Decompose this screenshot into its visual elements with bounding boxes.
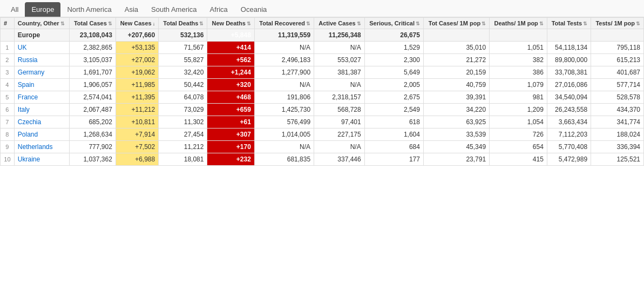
new-deaths-cell: +61 bbox=[207, 116, 254, 129]
country-cell[interactable]: France bbox=[14, 91, 69, 104]
deaths-1m-cell: 382 bbox=[490, 54, 547, 66]
region-cell-5: +5,848 bbox=[207, 29, 254, 42]
new-cases-cell: +10,811 bbox=[116, 116, 158, 129]
serious-critical-cell: 1,604 bbox=[364, 129, 423, 141]
deaths-1m-cell: 415 bbox=[490, 153, 547, 166]
country-cell[interactable]: Germany bbox=[14, 66, 69, 79]
rank-cell: 6 bbox=[1, 104, 15, 116]
col-header-1[interactable]: Country, Other⇅ bbox=[14, 18, 69, 29]
total-recovered-cell: 681,835 bbox=[254, 153, 314, 166]
rank-cell: 2 bbox=[1, 54, 15, 66]
total-recovered-cell: N/A bbox=[254, 42, 314, 54]
tab-south-america[interactable]: South America bbox=[145, 2, 204, 17]
total-recovered-cell: 191,806 bbox=[254, 91, 314, 104]
deaths-1m-cell: 981 bbox=[490, 91, 547, 104]
region-cell-6: 11,319,559 bbox=[254, 29, 314, 42]
total-deaths-cell: 55,827 bbox=[159, 54, 207, 66]
country-cell[interactable]: Ukraine bbox=[14, 153, 69, 166]
total-tests-cell: 89,800,000 bbox=[547, 54, 591, 66]
col-header-9[interactable]: Tot Cases/ 1M pop⇅ bbox=[423, 18, 489, 29]
country-link[interactable]: France bbox=[18, 93, 38, 101]
sort-icon: ⇅ bbox=[636, 21, 640, 26]
col-header-4[interactable]: Total Deaths⇅ bbox=[159, 18, 207, 29]
serious-critical-cell: 1,529 bbox=[364, 42, 423, 54]
rank-cell: 1 bbox=[1, 42, 15, 54]
serious-critical-cell: 177 bbox=[364, 153, 423, 166]
tab-asia[interactable]: Asia bbox=[118, 2, 145, 17]
country-link[interactable]: Spain bbox=[18, 81, 35, 89]
table-row: 6Italy2,067,487+11,21273,029+6591,425,73… bbox=[1, 104, 644, 116]
total-tests-cell: 5,770,408 bbox=[547, 141, 591, 153]
tab-bar: AllEuropeNorth AmericaAsiaSouth AmericaA… bbox=[0, 0, 644, 17]
country-link[interactable]: Russia bbox=[18, 56, 38, 64]
table-row: 9Netherlands777,902+7,50211,212+170N/AN/… bbox=[1, 141, 644, 153]
deaths-1m-cell: 1,079 bbox=[490, 79, 547, 91]
total-tests-cell: 34,540,094 bbox=[547, 91, 591, 104]
country-link[interactable]: UK bbox=[18, 44, 27, 51]
tot-cases-1m-cell: 21,272 bbox=[423, 54, 489, 66]
new-cases-cell: +11,985 bbox=[116, 79, 158, 91]
tests-1m-cell: 577,714 bbox=[591, 79, 644, 91]
col-header-10[interactable]: Deaths/ 1M pop⇅ bbox=[490, 18, 547, 29]
country-cell[interactable]: Italy bbox=[14, 104, 69, 116]
col-header-5[interactable]: New Deaths⇅ bbox=[207, 18, 254, 29]
tot-cases-1m-cell: 39,391 bbox=[423, 91, 489, 104]
region-cell-10 bbox=[490, 29, 547, 42]
new-cases-cell: +53,135 bbox=[116, 42, 158, 54]
col-header-12[interactable]: Tests/ 1M pop⇅ bbox=[591, 18, 644, 29]
region-cell-4: 532,136 bbox=[159, 29, 207, 42]
new-cases-cell: +7,502 bbox=[116, 141, 158, 153]
table-row: 3Germany1,691,707+19,06232,420+1,2441,27… bbox=[1, 66, 644, 79]
country-link[interactable]: Netherlands bbox=[18, 143, 53, 151]
country-cell[interactable]: UK bbox=[14, 42, 69, 54]
country-link[interactable]: Poland bbox=[18, 131, 38, 138]
tab-africa[interactable]: Africa bbox=[204, 2, 234, 17]
total-cases-cell: 685,202 bbox=[69, 116, 116, 129]
tests-1m-cell: 615,213 bbox=[591, 54, 644, 66]
deaths-1m-cell: 1,051 bbox=[490, 42, 547, 54]
rank-cell: 3 bbox=[1, 66, 15, 79]
table-body: Europe23,108,043+207,660532,136+5,84811,… bbox=[1, 29, 644, 166]
col-header-6[interactable]: Total Recovered⇅ bbox=[254, 18, 314, 29]
tab-north-america[interactable]: North America bbox=[60, 2, 118, 17]
tab-all[interactable]: All bbox=[4, 2, 25, 17]
country-cell[interactable]: Russia bbox=[14, 54, 69, 66]
region-cell-12 bbox=[591, 29, 644, 42]
active-cases-cell: 337,446 bbox=[314, 153, 365, 166]
col-header-0[interactable]: # bbox=[1, 18, 15, 29]
table-container: #Country, Other⇅Total Cases⇅New Cases↓To… bbox=[0, 17, 644, 166]
country-link[interactable]: Ukraine bbox=[18, 155, 40, 163]
country-cell[interactable]: Czechia bbox=[14, 116, 69, 129]
col-header-8[interactable]: Serious, Critical⇅ bbox=[364, 18, 423, 29]
tests-1m-cell: 434,370 bbox=[591, 104, 644, 116]
country-cell[interactable]: Spain bbox=[14, 79, 69, 91]
country-link[interactable]: Italy bbox=[18, 106, 30, 113]
country-link[interactable]: Germany bbox=[18, 69, 44, 76]
tab-europe[interactable]: Europe bbox=[25, 2, 60, 17]
deaths-1m-cell: 726 bbox=[490, 129, 547, 141]
tab-oceania[interactable]: Oceania bbox=[234, 2, 273, 17]
col-header-7[interactable]: Active Cases⇅ bbox=[314, 18, 365, 29]
col-header-2[interactable]: Total Cases⇅ bbox=[69, 18, 116, 29]
country-cell[interactable]: Poland bbox=[14, 129, 69, 141]
tot-cases-1m-cell: 23,791 bbox=[423, 153, 489, 166]
total-cases-cell: 1,268,634 bbox=[69, 129, 116, 141]
rank-cell: 8 bbox=[1, 129, 15, 141]
region-cell-3: +207,660 bbox=[116, 29, 158, 42]
region-cell-2: 23,108,043 bbox=[69, 29, 116, 42]
total-deaths-cell: 71,567 bbox=[159, 42, 207, 54]
country-cell[interactable]: Netherlands bbox=[14, 141, 69, 153]
country-link[interactable]: Czechia bbox=[18, 118, 41, 126]
sort-icon: ⇅ bbox=[199, 21, 204, 26]
total-tests-cell: 7,112,203 bbox=[547, 129, 591, 141]
total-deaths-cell: 50,442 bbox=[159, 79, 207, 91]
col-header-3[interactable]: New Cases↓ bbox=[116, 18, 158, 29]
tot-cases-1m-cell: 20,159 bbox=[423, 66, 489, 79]
col-header-11[interactable]: Total Tests⇅ bbox=[547, 18, 591, 29]
sort-icon: ↓ bbox=[153, 21, 155, 26]
active-cases-cell: N/A bbox=[314, 141, 365, 153]
table-row: 7Czechia685,202+10,81111,302+61576,49997… bbox=[1, 116, 644, 129]
total-cases-cell: 2,574,041 bbox=[69, 91, 116, 104]
sort-icon: ⇅ bbox=[583, 21, 587, 26]
total-cases-cell: 1,906,057 bbox=[69, 79, 116, 91]
